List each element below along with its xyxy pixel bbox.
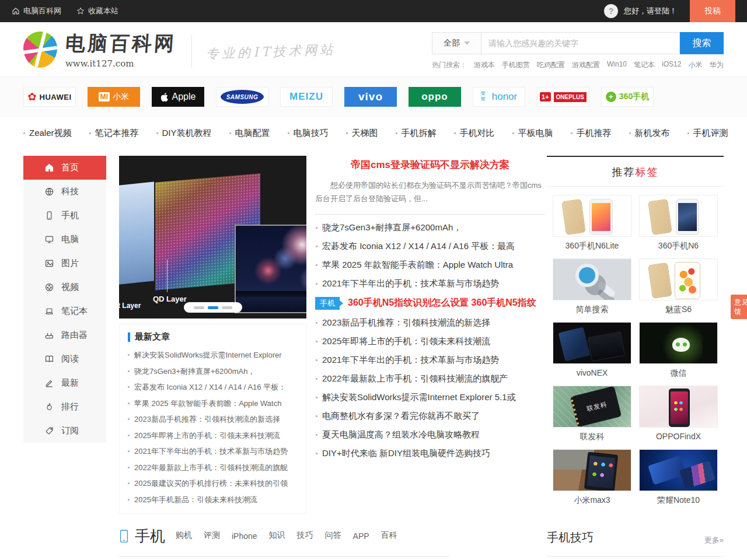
recommend-item-vivonex[interactable]: vivoNEX <box>553 322 631 379</box>
sidebar-item-home[interactable]: 首页 <box>23 156 106 180</box>
article-link[interactable]: 骁龙7sGen3+耐摔直屏+6200mAh， <box>315 218 545 237</box>
recommend-item-360n6lite[interactable]: 360手机N6Lite <box>553 195 631 251</box>
sidebar-item-videos[interactable]: 视频 <box>23 275 106 299</box>
phone-section-tab[interactable]: 知识 <box>269 530 285 541</box>
brand-oppo[interactable]: oppo <box>409 87 461 107</box>
nav-item[interactable]: Zealer视频 <box>23 128 72 139</box>
brand-apple[interactable]: Apple <box>152 87 204 107</box>
category-tag-phone[interactable]: 手机 <box>315 297 340 310</box>
latest-article-link[interactable]: 2023新品手机推荐：引领科技潮流的新选择 <box>128 411 299 428</box>
article-link[interactable]: 2023新品手机推荐：引领科技潮流的新选择 <box>315 313 545 332</box>
nav-item[interactable]: 手机推荐 <box>571 128 612 139</box>
latest-article-link[interactable]: 宏碁发布 Iconia X12 / X14 / A14 / A16 平板： <box>128 379 299 396</box>
sidebar-item-router[interactable]: 路由器 <box>23 323 106 347</box>
sidebar-item-reading[interactable]: 阅读 <box>23 347 106 371</box>
recommend-item-meilan-s6[interactable]: 魅蓝S6 <box>639 258 718 315</box>
phone-section-tab[interactable]: 评测 <box>204 530 220 541</box>
sidebar-item-tech[interactable]: 科技 <box>23 180 106 204</box>
recommend-item-honor-note10[interactable]: 荣耀Note10 <box>639 449 718 506</box>
brand-huawei[interactable]: ✿ HUAWEI <box>23 87 76 107</box>
recommend-item-mimax3[interactable]: 小米max3 <box>553 449 631 506</box>
latest-article-link[interactable]: 2025最建议买的手机排行榜：未来科技的引领 <box>128 475 299 492</box>
latest-article-link[interactable]: 2022年最新款上市手机：引领科技潮流的旗舰 <box>128 460 299 476</box>
hot-keyword-link[interactable]: 游戏配置 <box>572 60 600 70</box>
latest-article-link[interactable]: 2021年下半年出的手机：技术革新与市场趋势 <box>128 443 299 460</box>
login-link[interactable]: 您好，请登陆！ <box>624 6 677 16</box>
brand-vivo[interactable]: vivo <box>344 87 397 107</box>
sidebar-item-phone[interactable]: 手机 <box>23 204 106 228</box>
hot-keyword-link[interactable]: 手机图赏 <box>502 60 530 70</box>
nav-item[interactable]: 笔记本推荐 <box>89 128 139 139</box>
latest-article-link[interactable]: 解决安装SolidWorks提示需Internet Explorer <box>128 347 299 363</box>
topbar-favorite-link[interactable]: 收藏本站 <box>76 6 118 16</box>
brand-360[interactable]: + 360手机 <box>601 87 654 107</box>
latest-article-link[interactable]: 骁龙7sGen3+耐摔直屏+6200mAh， <box>128 363 299 380</box>
nav-item[interactable]: 新机发布 <box>629 128 670 139</box>
sidebar-item-latest[interactable]: 最新 <box>23 371 106 395</box>
hot-keyword-link[interactable]: 游戏本 <box>474 60 495 70</box>
brand-oneplus[interactable]: 1+ ONEPLUS <box>537 87 589 107</box>
topbar-home-link[interactable]: 电脑百科网 <box>12 6 61 16</box>
latest-article-link[interactable]: 2025年手机新品：引领未来科技潮流 <box>128 492 299 508</box>
article-link[interactable]: 夏天电脑温度高？组装水冷电脑攻略教程 <box>315 425 545 444</box>
recommend-item-oppofindx[interactable]: OPPOFindX <box>639 386 718 442</box>
submit-post-button[interactable]: 投稿 <box>690 0 735 22</box>
article-link[interactable]: 2021年下半年出的手机：技术革新与市场趋势 <box>315 351 545 369</box>
article-link[interactable]: 解决安装SolidWorks提示需Internet Explorer 5.1或 <box>315 388 545 407</box>
search-button[interactable]: 搜索 <box>680 32 724 54</box>
article-link[interactable]: 电商整机水有多深？看完你就再不敢买了 <box>315 407 545 425</box>
more-link[interactable]: 更多» <box>704 535 724 545</box>
nav-item[interactable]: 电脑配置 <box>229 128 270 139</box>
article-link[interactable]: 宏碁发布 Iconia X12 / X14 / A14 / A16 平板：最高 <box>315 237 545 256</box>
nav-item[interactable]: 手机对比 <box>454 128 495 139</box>
brand-meizu[interactable]: MEIZU <box>280 87 333 107</box>
latest-article-link[interactable]: 苹果 2025 年款智能手表前瞻：Apple Watch <box>128 396 299 412</box>
nav-item[interactable]: 手机拆解 <box>396 128 437 139</box>
phone-section-tab[interactable]: 购机 <box>176 530 192 541</box>
phone-section-tab[interactable]: 问答 <box>325 530 341 541</box>
sidebar-item-computer[interactable]: 电脑 <box>23 228 106 251</box>
headline-article-link[interactable]: 帝国cms登录验证码不显示解决方案 <box>315 158 545 172</box>
hot-keyword-link[interactable]: 华为 <box>709 60 723 70</box>
recommend-item-mediatek[interactable]: 联发科 联发科 <box>553 386 631 442</box>
featured-article-link[interactable]: 360手机N5指纹识别怎么设置 360手机N5指纹 <box>348 297 536 309</box>
article-link[interactable]: 苹果 2025 年款智能手表前瞻：Apple Watch Ultra <box>315 256 545 274</box>
brand-samsung[interactable]: SAMSUNG <box>216 87 268 107</box>
hot-keyword-link[interactable]: Win10 <box>607 60 627 70</box>
nav-item[interactable]: 平板电脑 <box>512 128 553 139</box>
article-link[interactable]: 2022年最新款上市手机：引领科技潮流的旗舰产 <box>315 369 545 388</box>
search-input[interactable] <box>481 32 680 54</box>
brand-honor[interactable]: 荣耀 honor <box>473 87 525 107</box>
nav-item[interactable]: 电脑技巧 <box>288 128 329 139</box>
hot-keyword-link[interactable]: 笔记本 <box>634 60 655 70</box>
site-logo[interactable]: 电脑百科网 www.it127.com <box>23 30 176 69</box>
brand-xiaomi[interactable]: MI 小米 <box>88 87 140 107</box>
feedback-button[interactable]: 意见反馈 <box>731 295 747 319</box>
hot-keyword-link[interactable]: iOS12 <box>662 60 681 70</box>
phone-section-tab[interactable]: APP <box>353 531 369 541</box>
nav-item[interactable]: 手机评测 <box>687 128 728 139</box>
sidebar-item-pictures[interactable]: 图片 <box>23 251 106 275</box>
sidebar-item-ranking[interactable]: 排行 <box>23 395 106 419</box>
article-link[interactable]: DIY+时代来临 新DIY组装电脑硬件选购技巧 <box>315 444 545 463</box>
article-link[interactable]: 2021年下半年出的手机：技术革新与市场趋势 <box>315 274 545 293</box>
phone-section-tab[interactable]: 百科 <box>381 530 397 541</box>
hot-keyword-link[interactable]: 吃鸡配置 <box>537 60 565 70</box>
carousel-dot-1[interactable] <box>194 306 204 309</box>
carousel-dot-3[interactable] <box>222 306 232 309</box>
sidebar-item-laptop[interactable]: 笔记本 <box>23 299 106 323</box>
sidebar-item-subscribe[interactable]: 订阅 <box>23 419 106 443</box>
search-category-select[interactable]: 全部 <box>432 32 481 54</box>
latest-article-link[interactable]: 2025年即将上市的手机：引领未来科技潮流 <box>128 428 299 444</box>
phone-section-tab[interactable]: 技巧 <box>297 530 313 541</box>
recommend-item-360n6[interactable]: 360手机N6 <box>639 195 718 251</box>
nav-item[interactable]: 天梯图 <box>346 128 378 139</box>
phone-section-tab[interactable]: iPhone <box>232 531 257 541</box>
carousel-dot-2[interactable] <box>208 306 218 309</box>
article-link[interactable]: 2025年即将上市的手机：引领未来科技潮流 <box>315 332 545 351</box>
recommend-item-wechat[interactable]: 微信 <box>639 322 718 379</box>
carousel-slide[interactable]: QD Layer t Layer <box>119 156 306 318</box>
recommend-item-simple-search[interactable]: 简单搜索 <box>553 258 631 315</box>
nav-item[interactable]: DIY装机教程 <box>156 128 212 139</box>
hot-keyword-link[interactable]: 小米 <box>688 60 702 70</box>
